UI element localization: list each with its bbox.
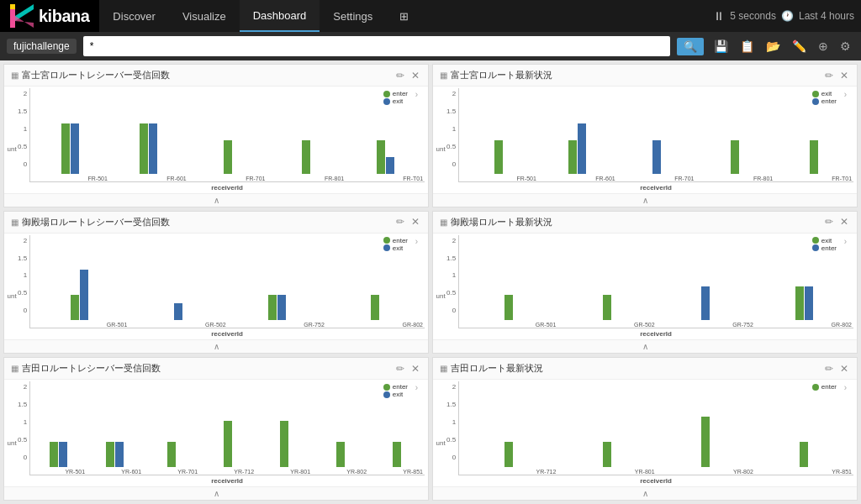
bar-group: YR-802 bbox=[314, 442, 367, 475]
panel-panel2-actions: ✏✕ bbox=[823, 70, 850, 81]
x-label: YR-501 bbox=[65, 469, 85, 475]
bar-group: FR-701 bbox=[619, 140, 695, 181]
collapse-icon[interactable]: ∧ bbox=[642, 489, 648, 498]
panel-panel5-body: Count21.510.50›enterexitYR-501YR-601YR-7… bbox=[4, 380, 428, 486]
panel-panel6-close-button[interactable]: ✕ bbox=[838, 363, 850, 375]
x-label: FR-601 bbox=[166, 176, 186, 181]
save-search-button[interactable]: 💾 bbox=[710, 38, 732, 55]
legend-item[interactable]: enter bbox=[383, 90, 408, 97]
nav-discover[interactable]: Discover bbox=[99, 0, 169, 32]
bar-group: GR-501 bbox=[461, 295, 556, 328]
bar bbox=[115, 442, 124, 467]
x-axis-label: receiverId bbox=[29, 182, 425, 193]
collapse-icon[interactable]: ∧ bbox=[642, 196, 648, 205]
legend-color bbox=[812, 244, 819, 251]
bar-group: GR-802 bbox=[757, 286, 852, 328]
panel-panel4-actions: ✏✕ bbox=[823, 216, 850, 228]
bar-group-inner bbox=[658, 417, 753, 467]
bar bbox=[386, 157, 394, 174]
panel-panel4-footer: ∧ bbox=[433, 339, 857, 353]
search-input[interactable] bbox=[83, 36, 670, 56]
bar bbox=[371, 295, 379, 320]
collapse-icon[interactable]: ∧ bbox=[214, 196, 219, 205]
panel-panel2-chart: Count21.510.50›exitenterFR-501FR-601FR-7… bbox=[436, 88, 853, 193]
bar-group-inner bbox=[540, 123, 615, 174]
legend-label: exit bbox=[821, 237, 832, 244]
panel-panel3-y-axis: Count21.510.50 bbox=[8, 235, 29, 340]
panel-panel2-title: 富士宮ロルート最新状況 bbox=[451, 69, 823, 81]
legend-item[interactable]: exit bbox=[383, 97, 408, 105]
bar bbox=[795, 286, 804, 320]
panel-panel1-chart-plot: ›enterexitFR-501FR-601FR-701FR-801FR-T01 bbox=[29, 88, 425, 182]
bar-group-inner bbox=[201, 421, 254, 467]
panel-panel1-edit-button[interactable]: ✏ bbox=[394, 70, 406, 81]
kibana-logo[interactable]: kibana bbox=[0, 0, 99, 32]
panel-panel1-close-button[interactable]: ✕ bbox=[409, 70, 421, 81]
legend-label: exit bbox=[393, 244, 403, 252]
panel-panel4-legend-toggle[interactable]: › bbox=[844, 237, 847, 246]
panel-panel3-close-button[interactable]: ✕ bbox=[409, 216, 421, 228]
panel-panel2-legend-toggle[interactable]: › bbox=[844, 90, 847, 99]
search-button[interactable]: 🔍 bbox=[677, 38, 704, 55]
panel-panel2-header: ▦富士宮ロルート最新状況✏✕ bbox=[433, 65, 857, 87]
nav-dashboard[interactable]: Dashboard bbox=[240, 0, 320, 32]
bar-group-inner bbox=[32, 442, 85, 467]
load-search-button[interactable]: 📋 bbox=[737, 38, 758, 55]
settings-button[interactable]: ⚙ bbox=[837, 38, 854, 55]
bar-group: YR-801 bbox=[559, 442, 654, 475]
legend-label: enter bbox=[821, 97, 837, 105]
collapse-icon[interactable]: ∧ bbox=[214, 489, 219, 498]
panel-panel5-legend-toggle[interactable]: › bbox=[415, 383, 418, 392]
legend-item[interactable]: exit bbox=[383, 391, 408, 398]
panel-panel4-y-axis: Count21.510.50 bbox=[436, 235, 458, 340]
panel-panel6-legend-toggle[interactable]: › bbox=[844, 383, 847, 392]
legend-item[interactable]: enter bbox=[812, 97, 837, 105]
panel-panel2-close-button[interactable]: ✕ bbox=[838, 70, 850, 81]
nav-visualize[interactable]: Visualize bbox=[169, 0, 240, 32]
panel-panel5-close-button[interactable]: ✕ bbox=[409, 363, 421, 375]
x-label: GR-752 bbox=[732, 322, 753, 328]
legend-item[interactable]: exit bbox=[812, 237, 837, 244]
panel-panel1-actions: ✏✕ bbox=[394, 70, 421, 81]
panel-panel1-title: 富士宮ロルートレシーバー受信回数 bbox=[22, 69, 394, 81]
collapse-icon[interactable]: ∧ bbox=[642, 342, 648, 351]
x-axis-label: receiverId bbox=[458, 182, 853, 193]
legend-label: exit bbox=[393, 97, 403, 105]
panel-panel5-edit-button[interactable]: ✏ bbox=[394, 363, 406, 375]
legend-item[interactable]: enter bbox=[812, 383, 837, 391]
bar-group: FR-501 bbox=[461, 140, 536, 181]
legend-item[interactable]: enter bbox=[383, 383, 408, 391]
panel-panel2-edit-button[interactable]: ✏ bbox=[823, 70, 835, 81]
legend-item[interactable]: exit bbox=[812, 90, 837, 97]
bar-group-inner bbox=[697, 140, 773, 174]
panel-panel1-legend-toggle[interactable]: › bbox=[415, 90, 418, 99]
panel-panel2-y-axis: Count21.510.50 bbox=[436, 88, 458, 193]
bar-group-inner bbox=[461, 442, 556, 467]
bar bbox=[59, 442, 67, 467]
bar bbox=[603, 295, 611, 320]
nav-settings[interactable]: Settings bbox=[320, 0, 386, 32]
panel-panel6-edit-button[interactable]: ✏ bbox=[823, 363, 835, 375]
legend-item[interactable]: enter bbox=[812, 244, 837, 252]
edit-button[interactable]: ✏️ bbox=[789, 38, 810, 55]
bar-group: FR-T01 bbox=[347, 140, 423, 181]
add-panel-button[interactable]: ⊕ bbox=[815, 38, 832, 55]
panel-panel3-chart-main: ›enterexitGR-501GR-502GR-752GR-802receiv… bbox=[29, 235, 425, 340]
panel-panel4-chart-plot: ›exitenterGR-501GR-502GR-752GR-802 bbox=[458, 235, 853, 329]
pause-icon[interactable]: ⏸ bbox=[713, 9, 725, 23]
legend-item[interactable]: enter bbox=[383, 237, 408, 244]
legend-item[interactable]: exit bbox=[383, 244, 408, 252]
share-button[interactable]: 📂 bbox=[763, 38, 784, 55]
nav-apps[interactable]: ⊞ bbox=[386, 0, 422, 32]
panel-panel2: ▦富士宮ロルート最新状況✏✕Count21.510.50›exitenterFR… bbox=[432, 64, 858, 207]
panel-panel4-edit-button[interactable]: ✏ bbox=[823, 216, 835, 228]
collapse-icon[interactable]: ∧ bbox=[214, 342, 219, 351]
bar-chart-icon: ▦ bbox=[11, 364, 18, 373]
panel-panel4-close-button[interactable]: ✕ bbox=[838, 216, 850, 228]
x-label: GR-501 bbox=[536, 322, 557, 328]
panel-panel3-edit-button[interactable]: ✏ bbox=[394, 216, 406, 228]
panel-panel3-legend-toggle[interactable]: › bbox=[415, 237, 418, 246]
bar bbox=[504, 442, 513, 467]
panel-panel6-footer: ∧ bbox=[433, 486, 857, 500]
time-range[interactable]: Last 4 hours bbox=[799, 10, 854, 22]
